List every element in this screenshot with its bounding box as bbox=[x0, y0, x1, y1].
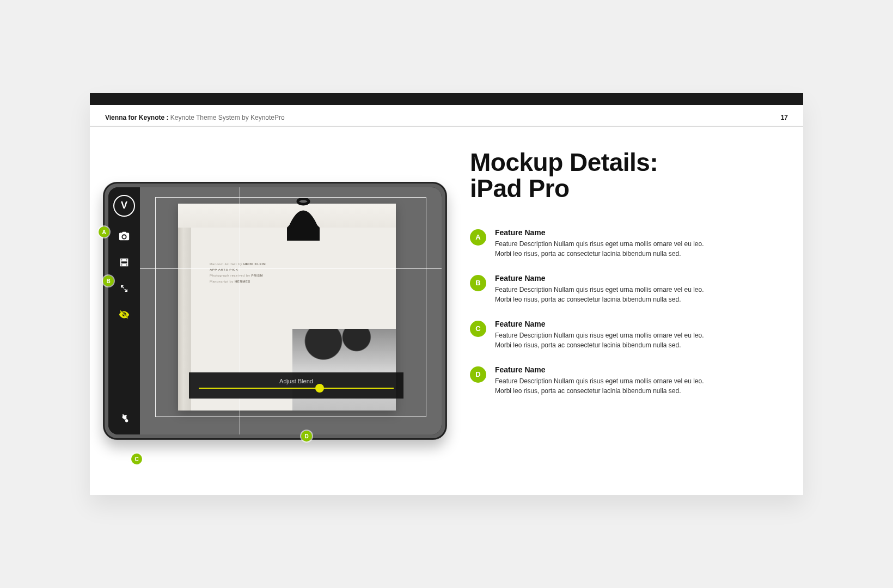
photo-microtext-3: Photograph received by bbox=[210, 274, 250, 277]
app-logo-letter: V bbox=[121, 200, 127, 211]
feature-description: Feature Description Nullam quis risus eg… bbox=[495, 330, 713, 350]
eye-off-icon[interactable] bbox=[118, 308, 131, 321]
title-bar bbox=[90, 93, 803, 105]
callout-marker-c: C bbox=[131, 454, 142, 464]
header-title: Vienna for Keynote : Keynote Theme Syste… bbox=[105, 114, 285, 121]
feature-item: D Feature Name Feature Description Nulla… bbox=[470, 365, 788, 396]
content: V bbox=[90, 126, 803, 495]
header-title-bold: Vienna for Keynote : bbox=[105, 114, 168, 121]
app-sidebar: V bbox=[108, 187, 140, 434]
photo-microtext: Random Artifact by HEIDI KLEIN APP ARTS … bbox=[210, 261, 266, 285]
feature-badge: C bbox=[470, 321, 486, 337]
ipad-mockup: V bbox=[95, 146, 455, 475]
photo-microtext-3b: PRISM bbox=[252, 274, 264, 277]
header: Vienna for Keynote : Keynote Theme Syste… bbox=[90, 105, 803, 126]
feature-item: B Feature Name Feature Description Nulla… bbox=[470, 274, 788, 304]
feature-name: Feature Name bbox=[495, 228, 713, 237]
expand-icon[interactable] bbox=[118, 282, 131, 295]
photo-microtext-2: APP ARTS PICK bbox=[210, 268, 238, 271]
ipad-screen: V bbox=[108, 187, 442, 434]
app-logo: V bbox=[113, 195, 135, 217]
page-title-line1: Mockup Details: bbox=[470, 148, 658, 176]
blend-slider[interactable]: Adjust Blend bbox=[189, 372, 403, 399]
photo-microtext-1b: HEIDI KLEIN bbox=[243, 262, 266, 266]
slide: Vienna for Keynote : Keynote Theme Syste… bbox=[90, 93, 803, 495]
blend-slider-thumb[interactable] bbox=[315, 384, 324, 393]
feature-badge: B bbox=[470, 275, 486, 291]
feature-item: A Feature Name Feature Description Nulla… bbox=[470, 228, 788, 259]
photo-microtext-1: Random Artifact by bbox=[210, 262, 242, 266]
text-column: Mockup Details: iPad Pro A Feature Name … bbox=[470, 146, 788, 475]
feature-name: Feature Name bbox=[495, 274, 713, 283]
callout-marker-a: A bbox=[99, 226, 109, 237]
feature-badge: D bbox=[470, 366, 486, 383]
feature-list: A Feature Name Feature Description Nulla… bbox=[470, 228, 788, 396]
feature-description: Feature Description Nullam quis risus eg… bbox=[495, 239, 713, 259]
film-icon[interactable] bbox=[118, 256, 131, 269]
header-title-light: Keynote Theme System by KeynotePro bbox=[168, 114, 284, 121]
camera-icon[interactable] bbox=[118, 230, 131, 243]
callout-marker-b: B bbox=[103, 275, 114, 286]
photo-microtext-4b: HERMES bbox=[235, 280, 250, 283]
page-number: 17 bbox=[781, 114, 788, 121]
callout-marker-d: D bbox=[301, 431, 312, 442]
feature-description: Feature Description Nullam quis risus eg… bbox=[495, 376, 713, 396]
page-title-line2: iPad Pro bbox=[470, 174, 570, 203]
blend-slider-track[interactable] bbox=[199, 388, 394, 389]
feature-item: C Feature Name Feature Description Nulla… bbox=[470, 320, 788, 350]
blend-slider-label: Adjust Blend bbox=[198, 378, 395, 384]
binder-clip-icon bbox=[276, 198, 331, 246]
svg-point-0 bbox=[298, 199, 309, 204]
canvas: Random Artifact by HEIDI KLEIN APP ARTS … bbox=[140, 187, 442, 434]
ipad-frame: V bbox=[103, 182, 447, 440]
page-title: Mockup Details: iPad Pro bbox=[470, 149, 788, 202]
settings-icon[interactable] bbox=[118, 413, 131, 426]
feature-name: Feature Name bbox=[495, 320, 713, 328]
feature-badge: A bbox=[470, 229, 486, 246]
feature-name: Feature Name bbox=[495, 365, 713, 374]
feature-description: Feature Description Nullam quis risus eg… bbox=[495, 285, 713, 304]
photo-microtext-4: Manuscript by bbox=[210, 280, 234, 283]
